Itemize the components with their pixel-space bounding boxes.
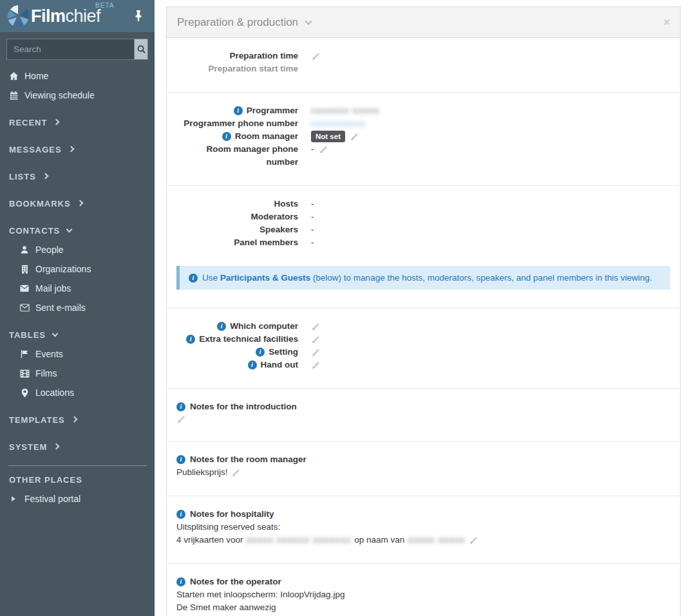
section-label: TEMPLATES — [9, 415, 65, 425]
field-label: Hand out — [261, 359, 299, 371]
section-notes-introduction: Notes for the introduction — [167, 389, 680, 442]
note-title: Notes for the operator — [190, 575, 281, 588]
chevron-down-icon — [66, 227, 73, 233]
section-roles: Hosts - Moderators - Speakers - Panel me… — [167, 186, 680, 308]
field-value: - — [311, 223, 314, 236]
sidebar-item-home[interactable]: Home — [0, 66, 155, 86]
info-icon[interactable] — [176, 510, 185, 519]
field-label: Preparation start time — [176, 62, 298, 75]
section-technical: Which computer Extra technical facilitie… — [167, 308, 680, 389]
section-label: BOOKMARKS — [9, 199, 71, 209]
chevron-right-icon — [68, 146, 74, 153]
sidebar-item-films[interactable]: Films — [0, 364, 155, 383]
edit-pencil-icon[interactable] — [311, 51, 321, 61]
sidebar-item-mail-jobs[interactable]: Mail jobs — [0, 279, 155, 298]
section-label: TABLES — [9, 330, 46, 340]
field-programmer-phone: Programmer phone number xxxxxxxxxx — [176, 117, 670, 130]
building-icon — [19, 265, 30, 274]
edit-pencil-icon[interactable] — [319, 145, 328, 154]
field-moderators: Moderators - — [176, 210, 670, 223]
sidebar-item-locations[interactable]: Locations — [0, 383, 155, 402]
section-label: LISTS — [9, 172, 36, 182]
note-text: 4 vrijkaarten voor — [176, 534, 243, 546]
sidebar-item-people[interactable]: People — [0, 240, 155, 259]
envelope-filled-icon — [19, 285, 30, 292]
sidebar-section-messages[interactable]: MESSAGES — [0, 140, 155, 159]
field-which-computer: Which computer — [176, 320, 670, 333]
info-icon[interactable] — [176, 577, 185, 586]
brand-bar: Filmchief BETA — [0, 0, 155, 32]
field-label: Programmer — [247, 104, 298, 117]
sidebar-item-label: Mail jobs — [35, 283, 71, 294]
sidebar-section-system[interactable]: SYSTEM — [0, 437, 155, 456]
note-text: Starten met inloopscherm: InloopVrijdag.… — [176, 588, 344, 601]
info-icon[interactable] — [222, 132, 231, 141]
logo-chief: chief — [66, 6, 101, 26]
field-label: Moderators — [176, 210, 298, 223]
user-icon — [19, 245, 30, 254]
redacted-phone-link[interactable]: xxxxxxxxxx — [311, 117, 366, 130]
info-icon[interactable] — [186, 335, 195, 344]
section-notes-operator: Notes for the operator Starten met inloo… — [167, 564, 680, 616]
field-label: Panel members — [176, 236, 298, 249]
field-label: Extra technical facilities — [199, 333, 298, 346]
sidebar-divider — [8, 465, 147, 466]
caret-right-icon — [8, 496, 19, 501]
edit-pencil-icon[interactable] — [350, 132, 359, 142]
field-preparation-start-time: Preparation start time — [176, 62, 670, 75]
sidebar-item-events[interactable]: Events — [0, 344, 155, 364]
app-logo[interactable]: Filmchief — [31, 6, 100, 26]
info-icon[interactable] — [176, 455, 185, 464]
panel-title[interactable]: Preparation & production — [177, 16, 298, 29]
field-hand-out: Hand out — [176, 359, 670, 371]
flag-icon — [19, 350, 30, 359]
sidebar-item-viewing-schedule[interactable]: Viewing schedule — [0, 86, 155, 105]
sidebar-section-templates[interactable]: TEMPLATES — [0, 410, 155, 429]
search-bar — [6, 39, 148, 60]
info-icon[interactable] — [248, 360, 257, 369]
field-programmer: Programmer xxxxxxx xxxxx — [176, 104, 670, 117]
field-label: Room manager — [235, 130, 298, 143]
edit-pencil-icon[interactable] — [311, 335, 321, 344]
search-button[interactable] — [134, 39, 148, 60]
note-text: op naam van — [354, 534, 404, 546]
section-people: Programmer xxxxxxx xxxxx Programmer phon… — [167, 93, 680, 186]
info-icon[interactable] — [256, 348, 265, 357]
field-label: Hosts — [176, 198, 298, 210]
pin-sidebar-button[interactable] — [130, 6, 147, 26]
sidebar-item-festival-portal[interactable]: Festival portal — [0, 489, 155, 509]
sidebar-item-organizations[interactable]: Organizations — [0, 259, 155, 279]
edit-pencil-icon[interactable] — [231, 468, 241, 478]
info-icon[interactable] — [234, 106, 243, 115]
section-label: OTHER PLACES — [9, 475, 82, 485]
sidebar-section-contacts[interactable]: CONTACTS — [0, 221, 155, 240]
field-room-manager-phone: Room manager phone number - — [176, 143, 670, 169]
edit-pencil-icon[interactable] — [469, 536, 478, 545]
field-setting: Setting — [176, 346, 670, 359]
field-speakers: Speakers - — [176, 223, 670, 236]
search-input[interactable] — [6, 39, 134, 60]
banner-text: Use Participants & Guests (below) to man… — [202, 273, 652, 283]
field-label: Setting — [269, 346, 298, 359]
panel-close-button[interactable]: × — [664, 17, 670, 28]
sidebar-section-lists[interactable]: LISTS — [0, 167, 155, 186]
redacted-value: xxxxxxx xxxxx — [311, 104, 380, 117]
sidebar-section-bookmarks[interactable]: BOOKMARKS — [0, 194, 155, 213]
info-icon[interactable] — [176, 402, 185, 411]
edit-pencil-icon[interactable] — [311, 360, 321, 370]
edit-pencil-icon[interactable] — [311, 348, 321, 357]
edit-pencil-icon[interactable] — [311, 322, 321, 331]
info-icon[interactable] — [217, 322, 226, 331]
envelope-outline-icon — [19, 304, 30, 312]
main-content: Preparation & production × Preparation t… — [155, 0, 689, 616]
sidebar-section-tables[interactable]: TABLES — [0, 325, 155, 344]
edit-pencil-icon[interactable] — [176, 415, 186, 424]
field-panel-members: Panel members - — [176, 236, 670, 249]
sidebar-item-sent-emails[interactable]: Sent e-mails — [0, 298, 155, 317]
sidebar-item-label: Events — [35, 349, 63, 359]
section-preparation-time: Preparation time Preparation start time — [167, 38, 680, 93]
section-notes-hospitality: Notes for hospitality Uitsplitsing reser… — [167, 496, 680, 564]
search-icon — [137, 44, 146, 54]
panel-collapse-chevron-icon[interactable] — [305, 17, 312, 24]
sidebar-section-recent[interactable]: RECENT — [0, 113, 155, 132]
